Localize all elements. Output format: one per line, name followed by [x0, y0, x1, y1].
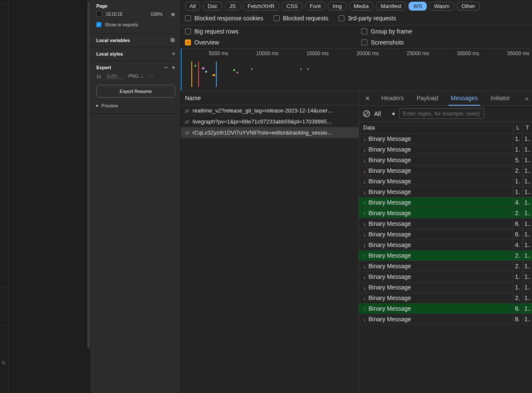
- filter-chip-doc[interactable]: Doc: [203, 2, 222, 11]
- message-filter-select[interactable]: All▾: [374, 110, 395, 117]
- blocked-cookies-checkbox[interactable]: [185, 15, 191, 21]
- network-timeline[interactable]: 5000 ms10000 ms15000 ms20000 ms25000 ms3…: [181, 49, 532, 91]
- filter-chip-wasm[interactable]: Wasm: [429, 2, 454, 11]
- message-row[interactable]: ↓Binary Message5.1..: [359, 155, 532, 166]
- message-row[interactable]: ↓Binary Message6.1..: [359, 229, 532, 240]
- message-text: Binary Message: [369, 199, 411, 206]
- message-row[interactable]: ↓Binary Message1.1..: [359, 187, 532, 197]
- close-icon[interactable]: ✕: [362, 95, 373, 102]
- message-row[interactable]: ↓Binary Message8.1..: [359, 314, 532, 325]
- message-row[interactable]: ↓Binary Message1.1..: [359, 144, 532, 155]
- regex-filter-input[interactable]: [399, 108, 484, 119]
- message-row[interactable]: ↓Binary Message1.1..: [359, 176, 532, 187]
- export-scale[interactable]: 1x: [96, 74, 101, 79]
- remove-export-icon[interactable]: −: [164, 64, 168, 71]
- request-row[interactable]: ⇄livegraph?pv=1&pr=68e71c97233abb59&pt=1…: [181, 116, 358, 127]
- visibility-icon[interactable]: ◉: [171, 11, 175, 17]
- tab-payload[interactable]: Payload: [414, 91, 441, 106]
- tab-headers[interactable]: Headers: [379, 91, 406, 106]
- arrow-up-icon: ↑: [363, 253, 366, 259]
- message-row[interactable]: ↑Binary Message2.1..: [359, 250, 532, 261]
- request-row[interactable]: ⇄realtime_v2?release_git_tag=release-202…: [181, 105, 358, 116]
- request-row[interactable]: ⇄rCqLx3ZyzIh1DVI7uYVNlI?role=editor&trac…: [181, 127, 358, 138]
- arrow-down-icon: ↓: [363, 295, 366, 301]
- export-suffix-input[interactable]: [106, 73, 123, 79]
- arrow-down-icon: ↓: [363, 178, 366, 185]
- gutter-marker: …: [0, 322, 8, 326]
- third-party-checkbox[interactable]: [339, 15, 344, 21]
- filter-chip-fetchxhr[interactable]: Fetch/XHR: [243, 2, 280, 11]
- request-list-header[interactable]: Name: [181, 91, 358, 105]
- add-icon[interactable]: +: [172, 51, 175, 57]
- screenshots-checkbox[interactable]: [361, 39, 367, 45]
- local-variables-header[interactable]: Local variables: [96, 38, 130, 43]
- clear-icon[interactable]: [363, 110, 370, 117]
- filter-chip-other[interactable]: Other: [457, 2, 480, 11]
- message-row[interactable]: ↑Binary Message2.1..: [359, 208, 532, 219]
- filter-chip-all[interactable]: All: [185, 2, 200, 11]
- blocked-requests-checkbox[interactable]: [274, 15, 280, 21]
- message-row[interactable]: ↓Binary Message2.1..: [359, 293, 532, 303]
- message-row[interactable]: ↑Binary Message4.1..: [359, 197, 532, 208]
- export-button[interactable]: Export Resume: [96, 85, 175, 98]
- tab-initiator[interactable]: Initiator: [488, 91, 512, 106]
- screenshots-label: Screenshots: [371, 39, 404, 46]
- request-name: livegraph?pv=1&pr=68e71c97233abb59&pt=17…: [193, 118, 332, 125]
- timeline-tick: 25000 ms: [381, 51, 431, 56]
- show-exports-checkbox[interactable]: ✓: [96, 22, 101, 27]
- message-text: Binary Message: [369, 263, 411, 269]
- message-row[interactable]: ↓Binary Message1.1..: [359, 282, 532, 293]
- message-text: Binary Message: [369, 295, 411, 301]
- more-tabs-icon[interactable]: »: [525, 95, 529, 102]
- col-length[interactable]: L: [513, 122, 523, 133]
- add-export-icon[interactable]: +: [172, 64, 175, 71]
- timeline-tick: 30000 ms: [431, 51, 482, 56]
- message-text: Binary Message: [369, 273, 411, 280]
- color-swatch[interactable]: [96, 11, 102, 17]
- col-time[interactable]: T: [523, 122, 532, 133]
- timeline-tick: 20000 ms: [331, 51, 381, 56]
- message-row[interactable]: ↓Binary Message1.1..: [359, 272, 532, 282]
- group-frame-checkbox[interactable]: [361, 28, 367, 34]
- message-row[interactable]: ↓Binary Message1.1..: [359, 134, 532, 144]
- filter-chip-font[interactable]: Font: [305, 2, 325, 11]
- message-text: Binary Message: [369, 157, 411, 163]
- big-rows-checkbox[interactable]: [185, 28, 191, 34]
- tab-messages[interactable]: Messages: [448, 91, 481, 106]
- filter-chip-js[interactable]: JS: [225, 2, 241, 11]
- filter-chip-ws[interactable]: WS: [409, 2, 427, 11]
- message-length: 5.: [513, 155, 523, 165]
- export-more-icon[interactable]: ⋯: [149, 73, 154, 79]
- local-styles-header[interactable]: Local styles: [96, 51, 123, 56]
- filter-chip-media[interactable]: Media: [349, 2, 373, 11]
- message-time: 1..: [523, 282, 532, 292]
- export-format[interactable]: PNG ⌄: [129, 73, 144, 79]
- filter-chip-img[interactable]: Img: [328, 2, 347, 11]
- message-row[interactable]: ↓Binary Message4.1..: [359, 240, 532, 250]
- message-length: 2.: [513, 208, 523, 218]
- message-length: 6.: [513, 219, 523, 229]
- message-row[interactable]: ↑Binary Message6.1..: [359, 303, 532, 314]
- message-time: 1..: [523, 250, 532, 261]
- message-text: Binary Message: [369, 305, 411, 312]
- message-row[interactable]: ↓Binary Message2.1..: [359, 166, 532, 176]
- message-length: 1.: [513, 144, 523, 154]
- message-row[interactable]: ↓Binary Message6.1..: [359, 219, 532, 229]
- overview-checkbox[interactable]: ✓: [185, 39, 191, 45]
- group-frame-label: Group by frame: [371, 28, 412, 35]
- preview-toggle-icon[interactable]: ▸: [96, 103, 99, 108]
- message-text: Binary Message: [369, 210, 411, 216]
- filter-chip-manifest[interactable]: Manifest: [376, 2, 406, 11]
- message-time: 1..: [523, 261, 532, 271]
- editor-scrollbar[interactable]: [87, 1, 90, 349]
- filter-chip-css[interactable]: CSS: [282, 2, 302, 11]
- message-length: 4.: [513, 197, 523, 208]
- message-time: 1..: [523, 134, 532, 144]
- settings-icon[interactable]: ⚙: [170, 37, 175, 43]
- col-data[interactable]: Data: [359, 122, 513, 133]
- fill-opacity[interactable]: 100%: [151, 11, 162, 17]
- request-list: Name ⇄realtime_v2?release_git_tag=releas…: [181, 91, 359, 393]
- fill-hex[interactable]: 1E1E1E: [106, 11, 123, 17]
- message-row[interactable]: ↓Binary Message2.1..: [359, 261, 532, 272]
- preview-label[interactable]: Preview: [101, 103, 118, 108]
